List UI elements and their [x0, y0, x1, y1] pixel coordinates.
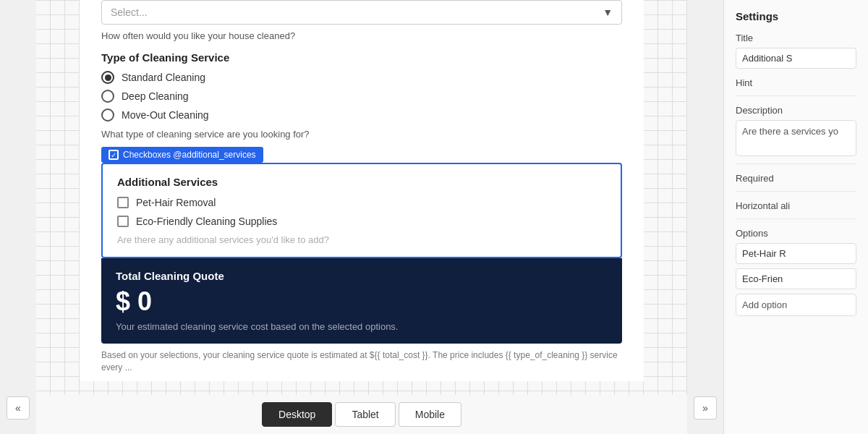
left-arrow-button[interactable]: « [7, 396, 30, 420]
settings-horizontal-label: Horizontal ali [736, 200, 856, 211]
checkboxes-tag-label: Checkboxes @additional_services [123, 150, 256, 160]
based-on-text: Based on your selections, your cleaning … [101, 349, 622, 374]
tab-mobile[interactable]: Mobile [399, 402, 461, 427]
radio-label-standard: Standard Cleaning [122, 72, 205, 83]
settings-options-label: Options [736, 228, 856, 239]
settings-description-box[interactable]: Are there a services yo [736, 120, 856, 156]
right-arrow-button[interactable]: » [694, 396, 717, 420]
bottom-tab-bar: Desktop Tablet Mobile [36, 395, 687, 434]
settings-divider-3 [736, 191, 856, 192]
checkbox-tag-icon: ✓ [109, 150, 119, 160]
settings-divider-2 [736, 163, 856, 164]
settings-option1-input[interactable] [736, 243, 856, 264]
radio-label-moveout: Move-Out Cleaning [122, 109, 209, 121]
quote-amount: $ 0 [116, 286, 608, 317]
additional-services-box: Additional Services Pet-Hair Removal Eco… [101, 163, 622, 258]
select-row: Select... ▼ [101, 0, 622, 25]
checkbox-label-pet-hair: Pet-Hair Removal [136, 197, 216, 208]
tab-tablet[interactable]: Tablet [335, 402, 395, 427]
settings-title-input[interactable] [736, 48, 856, 69]
settings-description-label: Description [736, 105, 856, 116]
add-option-button[interactable]: Add option [736, 294, 856, 316]
cleaning-type-title: Type of Cleaning Service [101, 51, 622, 64]
checkbox-icon-eco [117, 216, 129, 227]
radio-inner-standard [105, 75, 111, 81]
radio-standard[interactable]: Standard Cleaning [101, 71, 622, 84]
settings-option2-input[interactable] [736, 268, 856, 289]
settings-panel: Settings Title Hint Description Are ther… [723, 0, 868, 434]
quote-desc: Your estimated cleaning service cost bas… [116, 321, 608, 332]
settings-divider-4 [736, 218, 856, 219]
settings-divider-1 [736, 95, 856, 96]
additional-hint: Are there any additional services you'd … [117, 234, 606, 245]
frequency-hint: How often would you like your house clea… [101, 30, 622, 41]
checkbox-pet-hair[interactable]: Pet-Hair Removal [117, 197, 606, 208]
radio-circle-standard [101, 71, 114, 84]
left-chevron-icon: « [15, 402, 21, 414]
settings-hint-label: Hint [736, 77, 856, 88]
radio-circle-deep [101, 90, 114, 103]
radio-group: Standard Cleaning Deep Cleaning Move-Out… [101, 71, 622, 122]
checkboxes-tag[interactable]: ✓ Checkboxes @additional_services [101, 147, 263, 163]
radio-deep[interactable]: Deep Cleaning [101, 90, 622, 103]
cleaning-type-hint: What type of cleaning service are you lo… [101, 129, 622, 140]
left-nav: « [0, 0, 36, 434]
settings-required-label: Required [736, 173, 856, 184]
quote-box: Total Cleaning Quote $ 0 Your estimated … [101, 258, 622, 344]
frequency-select[interactable]: Select... ▼ [101, 0, 622, 25]
radio-circle-moveout [101, 109, 114, 122]
checkbox-icon-pet-hair [117, 197, 129, 208]
form-container: Select... ▼ How often would you like you… [80, 0, 644, 381]
radio-moveout[interactable]: Move-Out Cleaning [101, 109, 622, 122]
checkbox-eco[interactable]: Eco-Friendly Cleaning Supplies [117, 216, 606, 227]
right-chevron-icon: » [702, 402, 708, 414]
additional-services-title: Additional Services [117, 176, 606, 188]
right-nav: » [687, 0, 723, 434]
chevron-down-icon: ▼ [603, 7, 613, 18]
settings-heading: Settings [736, 10, 856, 22]
checkbox-label-eco: Eco-Friendly Cleaning Supplies [136, 216, 277, 227]
settings-title-label: Title [736, 33, 856, 43]
radio-label-deep: Deep Cleaning [122, 90, 189, 102]
quote-title: Total Cleaning Quote [116, 270, 608, 282]
tab-desktop[interactable]: Desktop [262, 402, 332, 427]
select-placeholder: Select... [111, 7, 148, 18]
canvas-area: Select... ▼ How often would you like you… [36, 0, 687, 434]
